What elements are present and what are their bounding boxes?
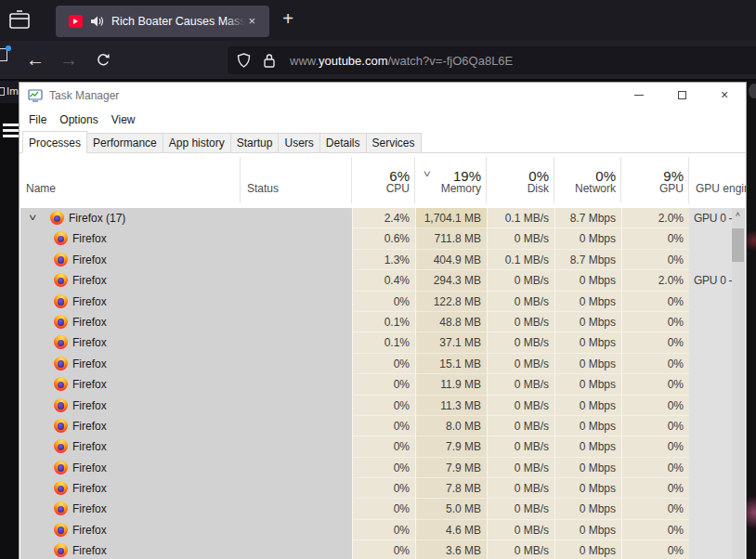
name-header-label: Name bbox=[26, 182, 56, 195]
tab-performance[interactable]: Performance bbox=[86, 133, 163, 152]
menu-options[interactable]: Options bbox=[59, 113, 98, 126]
task-manager-menubar: FileOptionsView bbox=[20, 109, 746, 131]
process-row[interactable]: Firefox 0% 5.0 MB 0 MB/s 0 Mbps 0% bbox=[20, 499, 745, 519]
cpu-header-label: CPU bbox=[386, 182, 410, 195]
process-row[interactable]: Firefox 0% 7.8 MB 0 MB/s 0 Mbps 0% bbox=[20, 478, 745, 499]
task-manager-titlebar[interactable]: Task Manager × bbox=[20, 83, 746, 109]
lock-icon[interactable] bbox=[263, 53, 276, 68]
process-status-cell bbox=[241, 250, 352, 270]
process-name-cell[interactable]: Firefox bbox=[20, 458, 241, 478]
process-row[interactable]: Firefox 0.1% 48.8 MB 0 MB/s 0 Mbps 0% bbox=[20, 312, 745, 332]
process-row[interactable]: Firefox 0% 3.6 MB 0 MB/s 0 Mbps 0% bbox=[20, 540, 745, 559]
tab-startup[interactable]: Startup bbox=[230, 133, 280, 152]
scrollbar-thumb[interactable] bbox=[732, 228, 744, 262]
column-header-name[interactable]: Name bbox=[20, 157, 240, 203]
back-button[interactable]: ← bbox=[26, 50, 45, 69]
process-row[interactable]: Firefox 0% 7.9 MB 0 MB/s 0 Mbps 0% bbox=[20, 436, 745, 457]
tab-app-history[interactable]: App history bbox=[163, 133, 231, 152]
process-memory-cell: 122.8 MB bbox=[415, 292, 487, 312]
column-header-status[interactable]: Status bbox=[240, 157, 351, 203]
scrollbar[interactable]: ˄ bbox=[732, 208, 744, 559]
column-header-gpu-engine[interactable]: GPU engine bbox=[688, 157, 748, 203]
column-header-network[interactable]: 0%Network bbox=[554, 157, 620, 203]
new-tab-button[interactable]: + bbox=[276, 7, 300, 32]
process-name: Firefox bbox=[72, 274, 107, 287]
maximize-button[interactable] bbox=[660, 83, 703, 109]
column-header-memory[interactable]: ˅19%Memory bbox=[414, 157, 486, 203]
firefox-icon bbox=[54, 253, 68, 266]
tab-details[interactable]: Details bbox=[319, 133, 367, 152]
firefox-icon bbox=[54, 398, 68, 412]
process-row[interactable]: Firefox 0% 11.3 MB 0 MB/s 0 Mbps 0% bbox=[20, 396, 745, 416]
process-row[interactable]: ˅Firefox (17) 2.4% 1,704.1 MB 0.1 MB/s 8… bbox=[20, 208, 745, 228]
process-row[interactable]: Firefox 0% 15.1 MB 0 MB/s 0 Mbps 0% bbox=[20, 354, 745, 374]
process-name-cell[interactable]: Firefox bbox=[20, 436, 241, 457]
tab-overview-icon[interactable] bbox=[9, 10, 30, 29]
address-bar[interactable]: www.youtube.com/watch?v=-fjO6Qa8L6E bbox=[228, 46, 756, 74]
scroll-up-icon[interactable]: ˄ bbox=[732, 208, 744, 222]
process-name-cell[interactable]: Firefox bbox=[20, 520, 241, 540]
expand-caret-icon[interactable]: ˅ bbox=[29, 212, 36, 223]
process-gpu-cell: 2.0% bbox=[621, 270, 689, 291]
tab-users[interactable]: Users bbox=[278, 133, 319, 152]
process-gpu-cell: 0% bbox=[621, 499, 689, 519]
process-row[interactable]: Firefox 0.6% 711.8 MB 0 MB/s 0 Mbps 0% bbox=[20, 228, 745, 249]
process-row[interactable]: Firefox 0% 7.9 MB 0 MB/s 0 Mbps 0% bbox=[20, 458, 745, 478]
url-domain: youtube.com bbox=[319, 54, 387, 68]
process-gpu-cell: 0% bbox=[621, 354, 689, 374]
process-disk-cell: 0.1 MB/s bbox=[487, 250, 554, 270]
process-disk-cell: 0 MB/s bbox=[487, 332, 554, 353]
close-button[interactable]: × bbox=[703, 83, 746, 109]
url-text[interactable]: www.youtube.com/watch?v=-fjO6Qa8L6E bbox=[290, 54, 513, 68]
process-row[interactable]: Firefox 0% 8.0 MB 0 MB/s 0 Mbps 0% bbox=[20, 416, 745, 436]
process-name-cell[interactable]: Firefox bbox=[20, 270, 241, 291]
process-name-cell[interactable]: Firefox bbox=[20, 478, 241, 499]
process-name-cell[interactable]: Firefox bbox=[20, 374, 241, 395]
process-status-cell bbox=[241, 228, 352, 249]
process-name-cell[interactable]: Firefox bbox=[20, 354, 241, 374]
process-row[interactable]: Firefox 0% 4.6 MB 0 MB/s 0 Mbps 0% bbox=[20, 520, 745, 540]
process-row[interactable]: Firefox 0% 122.8 MB 0 MB/s 0 Mbps 0% bbox=[20, 292, 745, 312]
menu-file[interactable]: File bbox=[29, 113, 46, 126]
process-name: Firefox (17) bbox=[69, 212, 125, 225]
forward-button[interactable]: → bbox=[59, 50, 78, 69]
tab-audio-icon[interactable] bbox=[90, 15, 104, 28]
process-row[interactable]: Firefox 1.3% 404.9 MB 0.1 MB/s 8.7 Mbps … bbox=[20, 250, 745, 270]
process-network-cell: 8.7 Mbps bbox=[554, 208, 621, 228]
tab-close-icon[interactable]: × bbox=[248, 14, 255, 28]
process-network-cell: 0 Mbps bbox=[554, 540, 621, 559]
process-disk-cell: 0 MB/s bbox=[487, 374, 554, 395]
minimize-button[interactable] bbox=[618, 83, 660, 109]
menu-view[interactable]: View bbox=[111, 113, 136, 126]
firefox-icon bbox=[54, 273, 68, 287]
process-name-cell[interactable]: Firefox bbox=[20, 396, 241, 416]
column-header-gpu[interactable]: 9%GPU bbox=[620, 157, 688, 203]
process-network-cell: 0 Mbps bbox=[554, 270, 621, 291]
url-path: /watch?v=-fjO6Qa8L6E bbox=[388, 54, 514, 68]
process-name-cell[interactable]: Firefox bbox=[20, 312, 241, 332]
process-name-cell[interactable]: Firefox bbox=[20, 228, 241, 249]
process-cpu-cell: 0.6% bbox=[352, 228, 415, 249]
process-name: Firefox bbox=[72, 462, 107, 474]
process-name-cell[interactable]: Firefox bbox=[20, 292, 241, 312]
process-name-cell[interactable]: Firefox bbox=[20, 332, 241, 353]
process-table-header: Name Status 6%CPU ˅19%Memory 0%Disk 0%Ne… bbox=[20, 153, 746, 207]
tab-processes[interactable]: Processes bbox=[22, 131, 87, 153]
process-name-cell[interactable]: Firefox bbox=[20, 250, 241, 270]
tab-services[interactable]: Services bbox=[366, 133, 422, 152]
process-name-cell[interactable]: ˅Firefox (17) bbox=[20, 208, 241, 228]
process-name-cell[interactable]: Firefox bbox=[20, 416, 241, 436]
column-header-disk[interactable]: 0%Disk bbox=[486, 157, 554, 203]
process-name-cell[interactable]: Firefox bbox=[20, 540, 241, 559]
sort-descending-icon: ˅ bbox=[424, 169, 431, 179]
process-row[interactable]: Firefox 0.1% 37.1 MB 0 MB/s 0 Mbps 0% bbox=[20, 332, 745, 353]
browser-tab[interactable]: Rich Boater Causes Mass-C × bbox=[56, 6, 269, 37]
process-row[interactable]: Firefox 0% 11.9 MB 0 MB/s 0 Mbps 0% bbox=[20, 374, 745, 395]
process-row[interactable]: Firefox 0.4% 294.3 MB 0 MB/s 0 Mbps 2.0%… bbox=[20, 270, 745, 291]
column-header-cpu[interactable]: 6%CPU bbox=[351, 157, 414, 203]
firefox-icon bbox=[54, 315, 68, 329]
page-menu-icon[interactable] bbox=[3, 124, 20, 140]
shield-icon[interactable] bbox=[237, 53, 251, 68]
process-name-cell[interactable]: Firefox bbox=[20, 499, 241, 519]
reload-button[interactable] bbox=[96, 53, 111, 68]
